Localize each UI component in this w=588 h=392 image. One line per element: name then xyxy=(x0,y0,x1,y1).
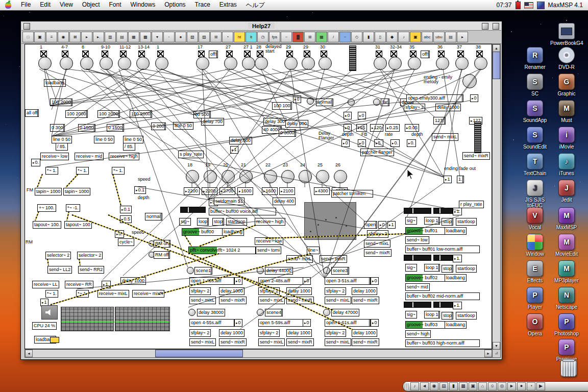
toggle[interactable] xyxy=(410,51,416,57)
message-box[interactable]: far xyxy=(381,99,389,106)
palette-fps-button[interactable]: fps xyxy=(269,32,280,42)
bang-button[interactable] xyxy=(264,170,277,183)
zoom-box[interactable] xyxy=(493,23,499,30)
bang-button[interactable] xyxy=(224,57,237,70)
palette-more-button[interactable]: ▸ xyxy=(457,32,468,42)
message-box[interactable]: 100 2000 xyxy=(65,110,88,118)
preset[interactable] xyxy=(50,337,59,343)
palette-number-button[interactable]: ▸ xyxy=(81,32,92,42)
bang-button[interactable] xyxy=(186,170,199,183)
number-box[interactable]: ▸2200 xyxy=(202,187,217,195)
number-box[interactable]: ▸0.25 xyxy=(385,124,400,132)
cstrip-file-sharing[interactable]: ⌂ xyxy=(478,382,487,390)
bang-button[interactable] xyxy=(60,57,73,70)
message-box[interactable]: open xyxy=(364,221,377,229)
number-box[interactable]: ▸0 xyxy=(358,139,366,147)
premiere-icon[interactable]: P xyxy=(558,339,575,355)
number-box[interactable]: ▸0. xyxy=(31,159,40,166)
cstrip-expand[interactable]: ▶ xyxy=(536,382,545,390)
palette-function-button[interactable]: ◇ xyxy=(351,32,362,42)
cstrip-sound-output[interactable]: ◄ xyxy=(420,382,429,390)
number-box[interactable]: ▸1600 xyxy=(262,187,278,195)
number-box[interactable]: ▸0 xyxy=(344,112,352,119)
number-box[interactable]: ▸0. xyxy=(115,230,124,238)
soundedit-icon[interactable]: S xyxy=(527,127,543,143)
desktop-icon-player[interactable]: PPlayer xyxy=(519,287,551,310)
palette-flonum-button[interactable]: ▸. xyxy=(93,32,104,42)
message-box[interactable]: stop xyxy=(442,265,453,273)
palette-bpatcher-button[interactable]: ⊞ xyxy=(210,32,222,42)
bang-button[interactable] xyxy=(318,57,332,70)
bang-button[interactable] xyxy=(374,57,387,70)
bang-button[interactable] xyxy=(334,170,347,183)
desktop-icon-itunes[interactable]: ♪iTunes xyxy=(550,153,583,176)
dvd-r-icon[interactable] xyxy=(558,47,575,63)
trash-icon[interactable] xyxy=(560,360,577,377)
palette-pictctrl-button[interactable]: ▧ xyxy=(187,32,198,42)
bang-button[interactable] xyxy=(80,57,93,70)
number-box[interactable]: ▸55 xyxy=(356,124,367,132)
palette-pencil-button[interactable]: / xyxy=(328,32,339,42)
bang-button[interactable] xyxy=(323,309,330,316)
bang-button[interactable] xyxy=(455,57,469,70)
desktop-icon-netscape[interactable]: NNetscape xyxy=(550,287,583,310)
palette-lt-button[interactable]: lt xyxy=(246,32,257,42)
menu-ヘルプ[interactable]: ヘルプ xyxy=(241,1,270,10)
message-box[interactable]: RM off xyxy=(154,251,170,259)
toggle[interactable] xyxy=(157,51,164,57)
toggle[interactable] xyxy=(376,51,382,57)
bang-button[interactable] xyxy=(373,99,380,106)
number-box[interactable]: ▸0.1 xyxy=(134,186,146,194)
menu-trace[interactable]: Trace xyxy=(190,1,215,10)
bang-button[interactable] xyxy=(281,170,295,183)
cstrip-clock-module[interactable]: ◔ xyxy=(527,382,535,390)
bang-button[interactable] xyxy=(118,57,131,70)
mp3player-icon[interactable]: M xyxy=(558,260,575,277)
message-box[interactable]: off! xyxy=(209,51,218,58)
toggle[interactable] xyxy=(226,51,233,57)
bang-button[interactable] xyxy=(323,267,330,274)
message-box[interactable]: open 5-59s.aiff xyxy=(258,319,304,327)
toggle[interactable] xyxy=(62,51,68,57)
desktop-icon-jis-sjis-toeuc[interactable]: JJIS SJIS toEUC xyxy=(519,180,551,208)
message-box[interactable]: 100 2000 xyxy=(50,99,72,106)
vocal-icon[interactable]: V xyxy=(527,207,543,224)
number-box[interactable]: ▸0 xyxy=(303,277,311,285)
textchain-icon[interactable]: T xyxy=(527,153,543,169)
number-box[interactable]: ▸0.5 xyxy=(120,215,132,223)
desktop-icon-window[interactable]: Window xyxy=(519,234,551,257)
desktop-icon-opera[interactable]: OOpera xyxy=(519,313,551,336)
menu-windows[interactable]: Windows xyxy=(126,1,160,10)
hslider[interactable] xyxy=(404,255,431,261)
app-menu-label[interactable]: MaxMSP 4.1 xyxy=(548,2,583,9)
message-box[interactable]: loop 1 xyxy=(424,311,440,318)
vertical-scrollbar[interactable]: ▲ ▼ xyxy=(492,44,501,350)
opera-icon[interactable]: O xyxy=(527,313,543,330)
graphic-icon[interactable]: G xyxy=(558,74,575,90)
bang-button[interactable] xyxy=(307,97,314,105)
window-icon[interactable] xyxy=(527,234,543,250)
bang-button[interactable] xyxy=(316,170,329,183)
toggle[interactable] xyxy=(390,51,397,57)
palette-message-button[interactable]: ▣ xyxy=(34,32,45,42)
number-box[interactable]: ▸0 xyxy=(358,112,366,119)
desktop-icon-textchain[interactable]: TTextChain xyxy=(519,153,551,176)
number-box[interactable]: ▸5. xyxy=(374,139,383,147)
menu-edit[interactable]: Edit xyxy=(35,1,55,10)
bang-button[interactable] xyxy=(242,57,255,70)
palette-button-button[interactable]: ◉ xyxy=(58,32,69,42)
palette-umenu-button[interactable]: ▾ xyxy=(152,32,163,42)
palette-key-button[interactable]: ▤ xyxy=(445,32,456,42)
desktop-icon-dvd-r[interactable]: DVD-R xyxy=(550,47,583,70)
function-panel[interactable] xyxy=(304,202,356,240)
menu-extras[interactable]: Extras xyxy=(215,1,241,10)
number-box[interactable]: ▸0. xyxy=(390,139,400,147)
toggle[interactable] xyxy=(457,51,464,57)
toggle[interactable] xyxy=(198,51,205,57)
player-icon[interactable]: P xyxy=(527,287,543,303)
message-box[interactable]: 0 1500 xyxy=(107,124,124,132)
number-box[interactable]: ▸1. xyxy=(453,208,462,215)
number-box[interactable]: ▸120 xyxy=(370,124,383,132)
hslider[interactable] xyxy=(433,208,453,214)
number-box[interactable]: ▸0 xyxy=(303,319,311,327)
